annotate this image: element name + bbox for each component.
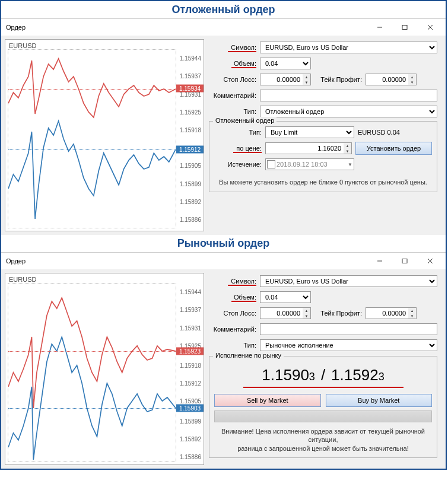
bid-price-tag: 1.15903 bbox=[176, 405, 204, 412]
sell-button[interactable]: Sell by Market bbox=[214, 394, 321, 407]
market-exec-fieldset: Исполнение по рынку 1.15903 / 1.15923 Se… bbox=[209, 356, 437, 458]
symbol-label: Символ: bbox=[209, 278, 256, 285]
pending-legend: Отложенный ордер bbox=[213, 117, 277, 124]
titlebar: Ордер bbox=[1, 253, 446, 269]
order-type-select[interactable]: Рыночное исполнение bbox=[260, 339, 437, 351]
takeprofit-input[interactable] bbox=[366, 307, 408, 319]
volume-select[interactable]: 0.04 bbox=[260, 58, 311, 69]
price-quote: 1.15903 / 1.15923 bbox=[214, 361, 432, 387]
expiry-label: Истечение: bbox=[214, 161, 262, 168]
svg-rect-5 bbox=[402, 259, 407, 263]
chart-symbol-label: EURUSD bbox=[9, 276, 36, 283]
price-chart: EURUSD 1.15944 1.15937 1.15934 1.15931 1… bbox=[5, 39, 204, 231]
order-type-select[interactable]: Отложенный ордер bbox=[260, 106, 437, 117]
maximize-button[interactable] bbox=[392, 253, 417, 269]
chart-symbol-label: EURUSD bbox=[9, 42, 36, 49]
type-label: Тип: bbox=[209, 108, 256, 115]
symbol-select[interactable]: EURUSD, Euro vs US Dollar bbox=[260, 42, 437, 53]
pending-type-label: Тип: bbox=[214, 129, 262, 136]
symbol-select[interactable]: EURUSD, Euro vs US Dollar bbox=[260, 275, 437, 287]
status-bar bbox=[214, 410, 432, 422]
minimize-button[interactable] bbox=[367, 253, 392, 269]
chart-lines bbox=[8, 50, 176, 228]
order-form: Символ: EURUSD, Euro vs US Dollar Объем:… bbox=[208, 39, 442, 231]
comment-input[interactable] bbox=[260, 90, 437, 101]
close-button[interactable] bbox=[417, 253, 443, 269]
takeprofit-input[interactable] bbox=[366, 74, 408, 85]
pending-order-window: Ордер EURUSD 1.1594 bbox=[1, 18, 446, 235]
price-chart: EURUSD 1.15944 1.15937 1.15931 1.15925 1… bbox=[5, 273, 204, 465]
takeprofit-spinner[interactable]: ▲▼ bbox=[408, 307, 417, 319]
comment-input[interactable] bbox=[260, 323, 437, 335]
symbol-label: Символ: bbox=[209, 44, 256, 51]
heading-pending: Отложенный ордер bbox=[1, 1, 446, 18]
price-spinner[interactable]: ▲▼ bbox=[344, 142, 352, 154]
maximize-button[interactable] bbox=[392, 20, 417, 35]
titlebar: Ордер bbox=[1, 19, 446, 36]
pending-type-select[interactable]: Buy Limit bbox=[265, 126, 354, 138]
place-order-button[interactable]: Установить ордер bbox=[355, 142, 432, 155]
window-title: Ордер bbox=[6, 257, 367, 265]
expiry-checkbox[interactable] bbox=[267, 160, 275, 168]
volume-select[interactable]: 0.04 bbox=[260, 291, 311, 303]
expiry-field[interactable]: 2018.09.12 18:03 ▼ bbox=[265, 158, 354, 170]
pending-note: Вы можете установить ордер не ближе 0 пу… bbox=[214, 179, 432, 186]
order-form: Символ: EURUSD, Euro vs US Dollar Объем:… bbox=[208, 273, 442, 465]
stoploss-label: Стоп Лосс: bbox=[209, 310, 256, 317]
svg-rect-1 bbox=[402, 26, 407, 30]
stoploss-spinner[interactable]: ▲▼ bbox=[303, 74, 311, 85]
stoploss-input[interactable] bbox=[260, 307, 303, 319]
chart-yaxis: 1.15944 1.15937 1.15931 1.15925 1.15923 … bbox=[176, 283, 204, 462]
chart-lines bbox=[8, 284, 176, 461]
comment-label: Комментарий: bbox=[209, 92, 256, 99]
stoploss-spinner[interactable]: ▲▼ bbox=[303, 307, 311, 319]
window-title: Ордер bbox=[6, 24, 367, 31]
exec-legend: Исполнение по рынку bbox=[213, 352, 284, 359]
chart-yaxis: 1.15944 1.15937 1.15934 1.15931 1.15925 … bbox=[176, 49, 204, 228]
pending-symbol-volume: EURUSD 0.04 bbox=[358, 129, 400, 136]
takeprofit-spinner[interactable]: ▲▼ bbox=[408, 74, 417, 85]
ask-price-tag: 1.15923 bbox=[176, 347, 204, 355]
expiry-value: 2018.09.12 18:03 bbox=[277, 161, 348, 168]
volume-label: Объем: bbox=[209, 294, 256, 301]
takeprofit-label: Тейк Профит: bbox=[314, 76, 362, 83]
market-warning: Внимание! Цена исполнения ордера зависит… bbox=[214, 427, 432, 453]
pending-order-fieldset: Отложенный ордер Тип: Buy Limit EURUSD 0… bbox=[209, 121, 437, 192]
expiry-dropdown-icon[interactable]: ▼ bbox=[348, 162, 352, 167]
stoploss-label: Стоп Лосс: bbox=[209, 76, 256, 83]
comment-label: Комментарий: bbox=[209, 326, 256, 333]
buy-button[interactable]: Buy by Market bbox=[326, 394, 433, 407]
type-label: Тип: bbox=[209, 342, 256, 349]
volume-label: Объем: bbox=[209, 60, 256, 67]
heading-market: Рыночный ордер bbox=[1, 235, 446, 252]
takeprofit-label: Тейк Профит: bbox=[314, 310, 362, 317]
market-order-window: Ордер EURUSD 1.1594 bbox=[1, 252, 446, 469]
price-input[interactable] bbox=[265, 142, 344, 154]
bid-price-tag: 1.15912 bbox=[176, 146, 204, 154]
stoploss-input[interactable] bbox=[260, 74, 303, 85]
close-button[interactable] bbox=[417, 20, 443, 35]
price-label: по цене: bbox=[214, 145, 262, 152]
minimize-button[interactable] bbox=[367, 20, 392, 35]
